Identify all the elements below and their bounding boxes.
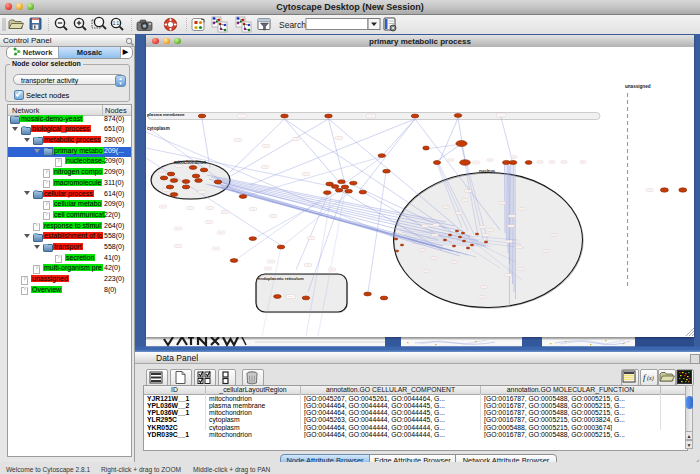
svg-text:endoplasmic reticulum: endoplasmic reticulum — [258, 276, 304, 281]
svg-text:Search:: Search: — [279, 20, 308, 30]
svg-text:1:1: 1:1 — [113, 21, 120, 26]
svg-text:(x): (x) — [647, 375, 654, 382]
svg-text:nucleus: nucleus — [479, 168, 496, 173]
svg-text:cytoplasm: cytoplasm — [147, 126, 170, 131]
svg-text:unassigned: unassigned — [625, 84, 651, 89]
svg-text:plasma membrane: plasma membrane — [147, 112, 185, 117]
svg-text:mitochondrion: mitochondrion — [174, 160, 206, 165]
